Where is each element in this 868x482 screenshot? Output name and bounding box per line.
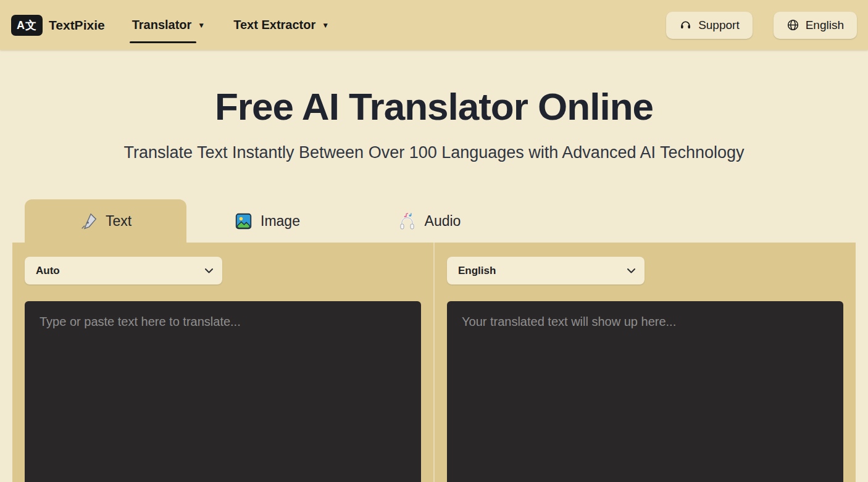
caret-down-icon: ▼ xyxy=(198,22,205,29)
target-column: English xyxy=(435,243,856,482)
logo[interactable]: A文 TextPixie xyxy=(11,15,105,36)
source-language-value: Auto xyxy=(36,265,60,277)
target-language-select[interactable]: English xyxy=(447,257,645,285)
nav-item-translator[interactable]: Translator ▼ xyxy=(132,18,206,32)
nav-translator-label: Translator xyxy=(132,18,192,32)
nav-item-text-extractor[interactable]: Text Extractor ▼ xyxy=(233,18,329,32)
target-language-value: English xyxy=(458,265,496,277)
support-button-label: Support xyxy=(698,19,740,32)
tab-text-label: Text xyxy=(106,213,131,230)
mode-tabs: Text Image xyxy=(25,199,868,243)
nav-text-extractor-label: Text Extractor xyxy=(233,18,315,32)
page-title: Free AI Translator Online xyxy=(0,85,868,128)
pen-icon xyxy=(80,212,98,230)
tab-text[interactable]: Text xyxy=(25,199,186,243)
source-text-input[interactable] xyxy=(25,301,421,482)
caret-down-icon: ▼ xyxy=(322,22,329,29)
support-button[interactable]: Support xyxy=(666,12,753,39)
tab-image-label: Image xyxy=(261,213,300,230)
language-button[interactable]: English xyxy=(774,12,857,39)
source-column: Auto xyxy=(12,243,433,482)
translator-panel: Auto English xyxy=(12,243,856,482)
globe-icon xyxy=(787,19,799,31)
support-icon xyxy=(679,19,692,31)
image-icon xyxy=(235,212,252,230)
tab-audio-label: Audio xyxy=(425,213,461,230)
source-language-select[interactable]: Auto xyxy=(25,257,222,285)
tab-image[interactable]: Image xyxy=(186,199,348,243)
main-content: Free AI Translator Online Translate Text… xyxy=(0,85,868,482)
top-nav: A文 TextPixie Translator ▼ Text Extractor… xyxy=(0,0,868,50)
logo-text: TextPixie xyxy=(49,18,105,33)
tab-audio[interactable]: Audio xyxy=(348,199,510,243)
logo-icon: A文 xyxy=(11,15,43,36)
header-actions: Support English xyxy=(666,12,857,39)
page-subtitle: Translate Text Instantly Between Over 10… xyxy=(0,143,868,162)
main-nav: Translator ▼ Text Extractor ▼ xyxy=(132,18,330,32)
language-button-label: English xyxy=(806,19,844,32)
translated-text-output[interactable] xyxy=(447,301,843,482)
chevron-down-icon xyxy=(205,268,213,273)
headphones-icon xyxy=(398,212,417,231)
chevron-down-icon xyxy=(627,268,635,273)
